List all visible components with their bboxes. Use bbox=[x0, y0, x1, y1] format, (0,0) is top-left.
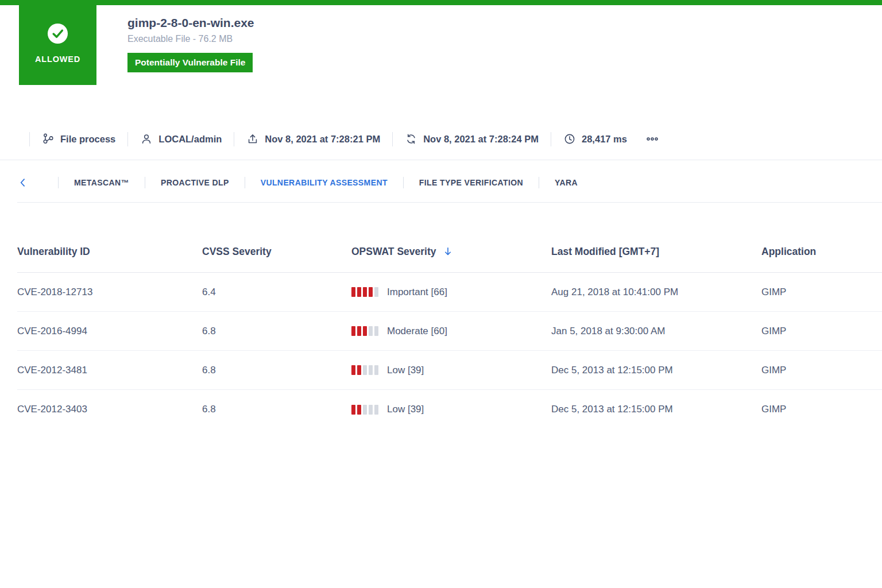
tab-label: METASCAN™ bbox=[74, 178, 129, 187]
process-icon bbox=[42, 133, 55, 145]
table-row[interactable]: CVE-2018-12713 6.4 Important [66] Aug 21… bbox=[17, 273, 882, 312]
cell-opswat-severity: Moderate [60] bbox=[351, 326, 551, 337]
meta-item: 28,417 ms bbox=[539, 132, 627, 146]
meta-item: Nov 8, 2021 at 7:28:21 PM bbox=[222, 132, 380, 146]
cell-opswat-severity: Low [39] bbox=[351, 365, 551, 376]
meta-item-list: File process LOCAL/admin Nov 8, 2021 at … bbox=[17, 132, 627, 146]
cell-vulnerability-id: CVE-2018-12713 bbox=[17, 287, 202, 298]
column-header-vulnerability-id[interactable]: Vulnerability ID bbox=[17, 246, 202, 258]
cell-cvss-severity: 6.8 bbox=[202, 404, 351, 415]
severity-meter bbox=[351, 326, 378, 336]
table-body: CVE-2018-12713 6.4 Important [66] Aug 21… bbox=[17, 273, 882, 429]
cell-application: GIMP bbox=[761, 287, 882, 298]
file-info: gimp-2-8-0-en-win.exe Executable File - … bbox=[127, 16, 254, 72]
cell-opswat-severity: Low [39] bbox=[351, 404, 551, 415]
status-badge: ALLOWED bbox=[19, 0, 96, 85]
vulnerable-file-badge: Potentially Vulnerable File bbox=[127, 53, 253, 72]
sort-arrow-down-icon bbox=[442, 246, 454, 257]
file-type-size: Executable File - 76.2 MB bbox=[127, 34, 254, 44]
tab-label: PROACTIVE DLP bbox=[161, 178, 229, 187]
clock-icon bbox=[563, 133, 576, 145]
tab-label: VULNERABILITY ASSESSMENT bbox=[261, 178, 388, 187]
cell-application: GIMP bbox=[761, 365, 882, 376]
top-accent-bar bbox=[0, 0, 882, 5]
scan-meta-bar: File process LOCAL/admin Nov 8, 2021 at … bbox=[17, 130, 865, 148]
upload-icon bbox=[246, 133, 259, 145]
table-row[interactable]: CVE-2012-3403 6.8 Low [39] Dec 5, 2013 a… bbox=[17, 390, 882, 429]
user-icon bbox=[140, 133, 153, 145]
horizontal-divider bbox=[17, 202, 882, 203]
tab[interactable]: YARA bbox=[523, 177, 578, 188]
tab-list: METASCAN™ PROACTIVE DLP VULNERABILITY AS… bbox=[42, 177, 578, 188]
table-header-row: Vulnerability ID CVSS Severity OPSWAT Se… bbox=[17, 231, 882, 273]
table-row[interactable]: CVE-2012-3481 6.8 Low [39] Dec 5, 2013 a… bbox=[17, 351, 882, 390]
cell-vulnerability-id: CVE-2012-3481 bbox=[17, 365, 202, 376]
horizontal-divider bbox=[0, 160, 882, 160]
meta-item-label: Nov 8, 2021 at 7:28:24 PM bbox=[423, 134, 539, 145]
table-row[interactable]: CVE-2016-4994 6.8 Moderate [60] Jan 5, 2… bbox=[17, 312, 882, 351]
meta-item-label: 28,417 ms bbox=[582, 134, 627, 145]
refresh-icon bbox=[405, 133, 417, 145]
cell-application: GIMP bbox=[761, 326, 882, 337]
cell-last-modified: Aug 21, 2018 at 10:41:00 PM bbox=[551, 287, 761, 298]
severity-label: Moderate [60] bbox=[387, 326, 447, 337]
column-header-application[interactable]: Application bbox=[761, 246, 882, 258]
tab[interactable]: PROACTIVE DLP bbox=[129, 177, 229, 188]
more-actions-button[interactable] bbox=[645, 132, 659, 146]
cell-last-modified: Dec 5, 2013 at 12:15:00 PM bbox=[551, 365, 761, 376]
severity-meter bbox=[351, 365, 378, 375]
severity-label: Low [39] bbox=[387, 365, 424, 376]
severity-meter bbox=[351, 287, 378, 297]
meta-item-label: File process bbox=[60, 134, 115, 145]
column-header-cvss-severity[interactable]: CVSS Severity bbox=[202, 246, 351, 258]
meta-item-label: Nov 8, 2021 at 7:28:21 PM bbox=[265, 134, 380, 145]
severity-label: Important [66] bbox=[387, 287, 447, 298]
tab-label: FILE TYPE VERIFICATION bbox=[419, 178, 523, 187]
tab[interactable]: METASCAN™ bbox=[42, 177, 129, 188]
cell-last-modified: Jan 5, 2018 at 9:30:00 AM bbox=[551, 326, 761, 337]
result-tab-bar: METASCAN™ PROACTIVE DLP VULNERABILITY AS… bbox=[17, 174, 865, 191]
file-name: gimp-2-8-0-en-win.exe bbox=[127, 16, 254, 30]
cell-opswat-severity: Important [66] bbox=[351, 287, 551, 298]
cell-cvss-severity: 6.8 bbox=[202, 365, 351, 376]
severity-label: Low [39] bbox=[387, 404, 424, 415]
vulnerability-table: Vulnerability ID CVSS Severity OPSWAT Se… bbox=[17, 231, 882, 429]
cell-last-modified: Dec 5, 2013 at 12:15:00 PM bbox=[551, 404, 761, 415]
column-header-opswat-severity[interactable]: OPSWAT Severity bbox=[351, 246, 551, 258]
status-label: ALLOWED bbox=[35, 55, 80, 64]
ellipsis-icon bbox=[645, 132, 659, 146]
cell-cvss-severity: 6.4 bbox=[202, 287, 351, 298]
meta-item: Nov 8, 2021 at 7:28:24 PM bbox=[380, 132, 539, 146]
meta-item: File process bbox=[17, 132, 115, 146]
severity-meter bbox=[351, 405, 378, 415]
meta-item: LOCAL/admin bbox=[115, 132, 222, 146]
cell-vulnerability-id: CVE-2012-3403 bbox=[17, 404, 202, 415]
back-button[interactable] bbox=[17, 177, 29, 188]
check-circle-icon bbox=[47, 23, 68, 44]
column-header-last-modified[interactable]: Last Modified [GMT+7] bbox=[551, 246, 761, 258]
tab[interactable]: VULNERABILITY ASSESSMENT bbox=[229, 177, 388, 188]
meta-item-label: LOCAL/admin bbox=[158, 134, 222, 145]
cell-application: GIMP bbox=[761, 404, 882, 415]
cell-cvss-severity: 6.8 bbox=[202, 326, 351, 337]
tab[interactable]: FILE TYPE VERIFICATION bbox=[388, 177, 523, 188]
tab-label: YARA bbox=[555, 178, 578, 187]
chevron-left-icon bbox=[17, 177, 29, 188]
cell-vulnerability-id: CVE-2016-4994 bbox=[17, 326, 202, 337]
